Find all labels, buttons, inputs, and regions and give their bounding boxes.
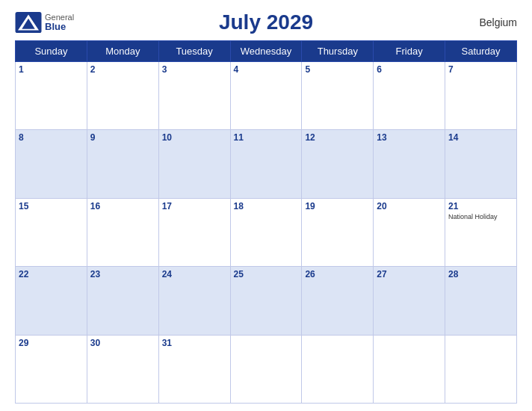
calendar-cell: 24: [158, 267, 230, 335]
holiday-label: National Holiday: [448, 213, 513, 221]
weekday-header-monday: Monday: [87, 41, 158, 62]
calendar-cell: 15: [16, 198, 87, 266]
calendar-cell: 1: [16, 62, 87, 130]
day-number: 27: [377, 269, 442, 279]
weekday-header-friday: Friday: [374, 41, 445, 62]
calendar-cell: 10: [158, 130, 230, 198]
day-number: 26: [305, 269, 370, 279]
day-number: 24: [162, 269, 227, 279]
country-label: Belgium: [479, 16, 517, 28]
weekday-header-saturday: Saturday: [445, 41, 517, 62]
calendar-cell: 16: [87, 198, 158, 266]
day-number: 21: [448, 201, 513, 211]
day-number: 11: [234, 132, 299, 143]
calendar-cell: [230, 335, 302, 403]
logo-blue-text: Blue: [45, 22, 74, 32]
calendar-cell: [445, 335, 517, 403]
day-number: 4: [234, 64, 299, 75]
day-number: 14: [448, 132, 513, 143]
day-number: 3: [162, 64, 227, 75]
day-number: 1: [19, 64, 84, 75]
day-number: 28: [448, 269, 513, 279]
calendar-cell: 28: [445, 267, 517, 335]
calendar-cell: 23: [87, 267, 158, 335]
weekday-header-row: SundayMondayTuesdayWednesdayThursdayFrid…: [16, 41, 517, 62]
week-row-5: 293031: [16, 335, 517, 403]
week-row-4: 22232425262728: [16, 267, 517, 335]
calendar-header: General Blue July 2029 Belgium: [15, 7, 517, 37]
calendar-cell: 13: [374, 130, 445, 198]
weekday-header-thursday: Thursday: [302, 41, 374, 62]
day-number: 23: [90, 269, 155, 279]
calendar-cell: 31: [158, 335, 230, 403]
calendar-cell: 19: [302, 198, 374, 266]
calendar-cell: 17: [158, 198, 230, 266]
calendar-cell: 5: [302, 62, 374, 130]
weekday-header-tuesday: Tuesday: [158, 41, 230, 62]
day-number: 20: [377, 201, 442, 211]
day-number: 16: [90, 201, 155, 211]
day-number: 13: [377, 132, 442, 143]
calendar-cell: 27: [374, 267, 445, 335]
day-number: 29: [19, 338, 84, 348]
logo: General Blue: [15, 12, 74, 33]
calendar-title: July 2029: [219, 10, 313, 34]
calendar-cell: 8: [16, 130, 87, 198]
day-number: 6: [377, 64, 442, 75]
calendar-cell: 4: [230, 62, 302, 130]
calendar-cell: 14: [445, 130, 517, 198]
calendar-cell: 29: [16, 335, 87, 403]
day-number: 30: [90, 338, 155, 348]
day-number: 2: [90, 64, 155, 75]
calendar-cell: 9: [87, 130, 158, 198]
calendar-cell: 30: [87, 335, 158, 403]
day-number: 8: [19, 132, 84, 143]
day-number: 10: [162, 132, 227, 143]
day-number: 9: [90, 132, 155, 143]
day-number: 31: [162, 338, 227, 348]
day-number: 15: [19, 201, 84, 211]
week-row-3: 15161718192021National Holiday: [16, 198, 517, 266]
calendar-cell: 3: [158, 62, 230, 130]
calendar-cell: 20: [374, 198, 445, 266]
day-number: 17: [162, 201, 227, 211]
day-number: 19: [305, 201, 370, 211]
week-row-1: 1234567: [16, 62, 517, 130]
calendar-cell: 18: [230, 198, 302, 266]
day-number: 7: [448, 64, 513, 75]
calendar-cell: [374, 335, 445, 403]
day-number: 22: [19, 269, 84, 279]
calendar-cell: 21National Holiday: [445, 198, 517, 266]
weekday-header-wednesday: Wednesday: [230, 41, 302, 62]
calendar-cell: 6: [374, 62, 445, 130]
day-number: 18: [234, 201, 299, 211]
calendar-table: SundayMondayTuesdayWednesdayThursdayFrid…: [15, 40, 517, 404]
week-row-2: 891011121314: [16, 130, 517, 198]
calendar-cell: 25: [230, 267, 302, 335]
calendar-cell: 2: [87, 62, 158, 130]
day-number: 5: [305, 64, 370, 75]
calendar-cell: 22: [16, 267, 87, 335]
calendar-cell: 11: [230, 130, 302, 198]
calendar-cell: 12: [302, 130, 374, 198]
day-number: 25: [234, 269, 299, 279]
day-number: 12: [305, 132, 370, 143]
logo-icon: [15, 12, 42, 33]
calendar-cell: [302, 335, 374, 403]
calendar-cell: 26: [302, 267, 374, 335]
calendar-cell: 7: [445, 62, 517, 130]
weekday-header-sunday: Sunday: [16, 41, 87, 62]
